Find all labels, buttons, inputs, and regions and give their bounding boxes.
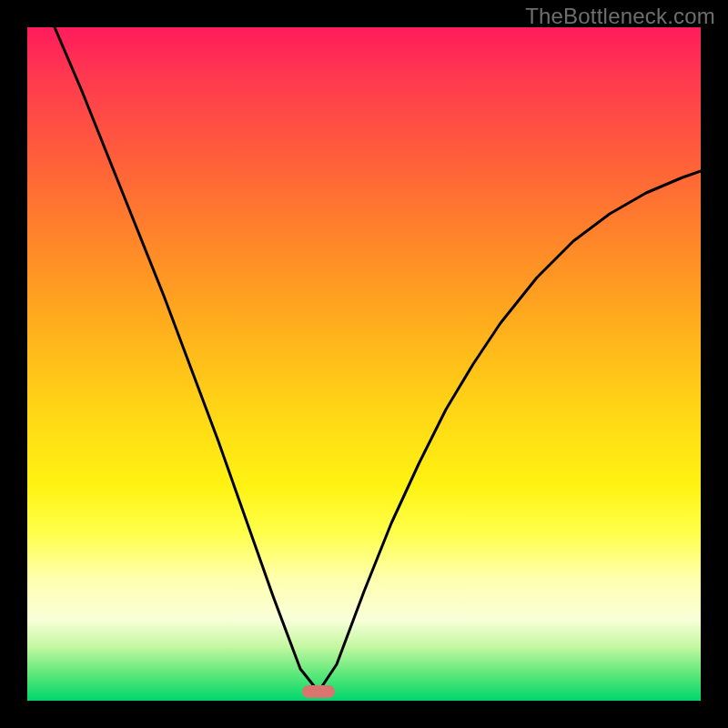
- plot-area: [27, 27, 701, 701]
- bottleneck-curve: [27, 27, 701, 701]
- chart-frame: TheBottleneck.com: [0, 0, 728, 728]
- watermark-text: TheBottleneck.com: [525, 4, 715, 29]
- minimum-marker: [302, 685, 335, 698]
